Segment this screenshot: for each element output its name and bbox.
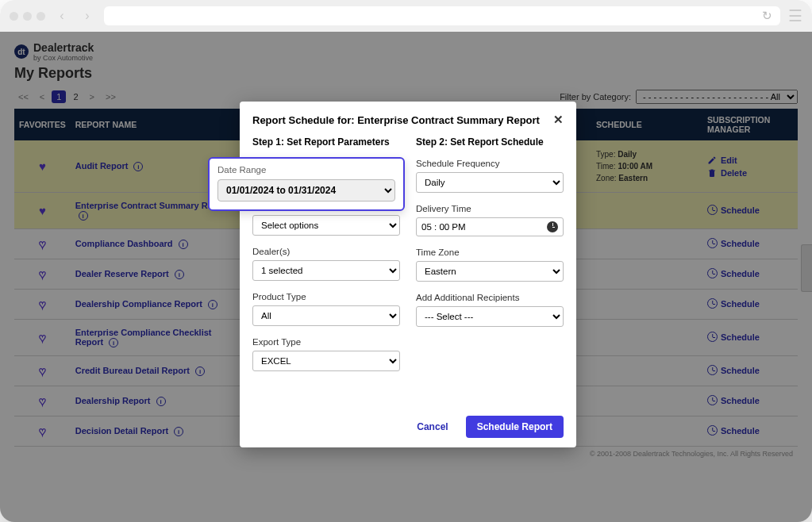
export-type-label: Export Type: [252, 337, 400, 347]
product-type-label: Product Type: [252, 292, 400, 301]
timezone-label: Time Zone: [416, 248, 564, 257]
cancel-button[interactable]: Cancel: [407, 416, 457, 438]
date-range-select[interactable]: 01/01/2024 to 01/31/2024: [217, 179, 395, 202]
recipients-label: Add Additional Recipients: [416, 293, 564, 302]
date-range-label: Date Range: [217, 165, 395, 175]
back-button[interactable]: ‹: [53, 7, 71, 25]
minimize-window-icon[interactable]: [23, 12, 32, 21]
delivery-time-label: Delivery Time: [416, 204, 564, 213]
export-type-select[interactable]: EXCEL: [252, 351, 400, 371]
address-bar[interactable]: ↻: [104, 6, 780, 25]
dealers-select[interactable]: 1 selected: [252, 260, 400, 281]
delivery-time-input[interactable]: 05 : 00 PM: [416, 217, 564, 236]
traffic-lights: [10, 12, 45, 21]
modal-title: Report Schedule for: Enterprise Contract…: [252, 114, 540, 126]
step2-heading: Step 2: Set Report Schedule: [416, 136, 564, 148]
frequency-label: Schedule Frequency: [416, 159, 564, 168]
forward-button[interactable]: ›: [79, 7, 96, 25]
date-range-popout: Date Range 01/01/2024 to 01/31/2024: [208, 157, 405, 211]
browser-chrome-bar: ‹ › ↻ ☰: [0, 0, 812, 32]
menu-icon[interactable]: ☰: [788, 6, 802, 25]
browser-window: ‹ › ↻ ☰ dt Dealertrack by Cox Automotive…: [0, 0, 812, 522]
recipients-select[interactable]: --- Select ---: [416, 306, 564, 327]
maximize-window-icon[interactable]: [37, 12, 45, 21]
frequency-select[interactable]: Daily: [416, 172, 564, 193]
close-icon[interactable]: ✕: [553, 113, 564, 127]
schedule-modal: Report Schedule for: Enterprise Contract…: [240, 102, 576, 447]
timezone-select[interactable]: Eastern: [416, 261, 564, 282]
dealers-label: Dealer(s): [252, 247, 400, 256]
step1-heading: Step 1: Set Report Parameters: [252, 136, 400, 148]
schedule-report-button[interactable]: Schedule Report: [466, 416, 564, 438]
refresh-icon[interactable]: ↻: [762, 9, 772, 23]
dealer-hierarchy-select[interactable]: Select options: [252, 215, 400, 236]
clock-icon: [547, 221, 558, 232]
product-type-select[interactable]: All: [252, 305, 400, 326]
close-window-icon[interactable]: [10, 12, 18, 21]
